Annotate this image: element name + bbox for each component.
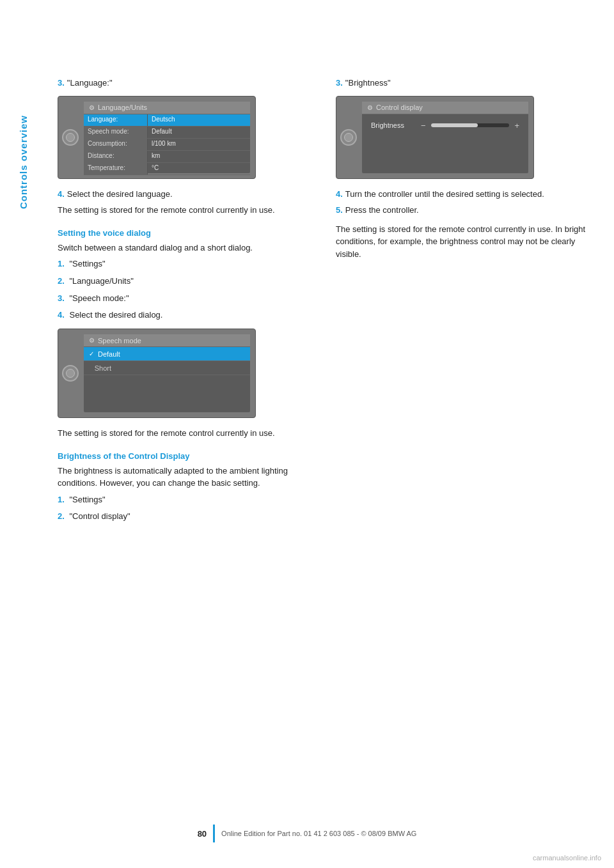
knob-inner (66, 133, 75, 142)
list2-num-0: 1. (58, 495, 65, 504)
section1-intro: Switch between a standard dialog and a s… (58, 242, 310, 254)
gear-icon: ⚙ (89, 104, 95, 111)
brightness-screen: ⚙ Control display Brightness − + (336, 96, 534, 179)
lang-value-3: km (148, 151, 250, 162)
brightness-title-text: Control display (376, 104, 423, 111)
list2-item-0: 1. "Settings" (58, 493, 310, 507)
list2: 1. "Settings" 2. "Control display" (58, 493, 310, 524)
speech-row-short: Short (84, 361, 250, 375)
lang-value-2: l/100 km (148, 139, 250, 150)
brightness-label: Brightness (371, 121, 416, 129)
footer-bar (213, 825, 215, 842)
watermark: carmanualsonline.info (533, 854, 601, 862)
step3-text: "Language:" (67, 78, 113, 88)
list2-item-1: 2. "Control display" (58, 510, 310, 523)
step4r-text: Turn the controller until the desired se… (345, 189, 544, 199)
list1-num-1: 2. (58, 276, 65, 286)
speech-default-label: Default (98, 350, 120, 358)
brightness-gear-icon: ⚙ (367, 104, 373, 111)
step4-text: Select the desired language. (67, 189, 173, 199)
language-row-4: Temperature: °C (84, 163, 250, 175)
no-check-icon (89, 364, 91, 371)
section2-intro: The brightness is automatically adapted … (58, 465, 310, 490)
speech-title-text: Speech mode (98, 337, 141, 345)
speech-short-label: Short (95, 364, 111, 372)
step3r-text: "Brightness" (345, 78, 391, 88)
step5r-num: 5. (336, 205, 343, 215)
page-footer: 80 Online Edition for Part no. 01 41 2 6… (0, 825, 614, 842)
brightness-bar (431, 123, 510, 127)
speech-title-bar: ⚙ Speech mode (84, 334, 250, 347)
list2-num-1: 2. (58, 511, 65, 521)
body2-left: The setting is stored for the remote con… (58, 427, 310, 440)
list1-item-2: 3. "Speech mode:" (58, 292, 310, 306)
language-title-text: Language/Units (98, 104, 147, 111)
language-screen: ⚙ Language/Units Language: Deutsch Speec… (58, 96, 256, 179)
language-row-3: Distance: km (84, 151, 250, 163)
list1-num-2: 3. (58, 293, 65, 303)
brightness-inner: ⚙ Control display Brightness − + (362, 102, 528, 173)
list2-text-0: "Settings" (69, 495, 105, 504)
step3r-num: 3. (336, 78, 343, 88)
list1-text-2: "Speech mode:" (69, 293, 129, 303)
lang-value-0: Deutsch (148, 114, 250, 126)
lang-label-3: Distance: (84, 151, 148, 162)
list1-text-1: "Language/Units" (69, 276, 133, 286)
list1-item-3: 4. Select the desired dialog. (58, 309, 310, 322)
language-row-2: Consumption: l/100 km (84, 139, 250, 151)
list2-text-1: "Control display" (69, 511, 130, 521)
list1-text-3: Select the desired dialog. (69, 310, 162, 320)
page-number: 80 (198, 829, 207, 839)
lang-value-4: °C (148, 163, 250, 174)
step4r-num: 4. (336, 189, 343, 199)
right-column: 3."Brightness" ⚙ Control display Brightn… (336, 77, 588, 529)
list1-text-0: "Settings" (69, 259, 105, 268)
speech-knob (62, 365, 79, 382)
list1-item-0: 1. "Settings" (58, 258, 310, 271)
step5-right: 5.Press the controller. (336, 204, 588, 217)
lang-label-0: Language: (84, 114, 148, 126)
section1-heading: Setting the voice dialog (58, 228, 310, 238)
speech-gear-icon: ⚙ (89, 337, 95, 344)
speech-knob-inner (66, 369, 75, 378)
step4-right: 4.Turn the controller until the desired … (336, 188, 588, 201)
language-screen-inner: ⚙ Language/Units Language: Deutsch Speec… (84, 102, 250, 173)
language-screen-title: ⚙ Language/Units (84, 102, 250, 114)
section2-heading: Brightness of the Control Display (58, 451, 310, 461)
speech-inner: ⚙ Speech mode ✓ Default Short (84, 334, 250, 412)
language-row-0: Language: Deutsch (84, 114, 250, 127)
footer-text: Online Edition for Part no. 01 41 2 603 … (221, 830, 416, 837)
lang-label-2: Consumption: (84, 139, 148, 150)
plus-icon: + (514, 121, 519, 130)
brightness-bar-fill (431, 123, 478, 127)
list1-item-1: 2. "Language/Units" (58, 275, 310, 288)
language-row-1: Speech mode: Default (84, 127, 250, 139)
left-column: 3."Language:" ⚙ Language/Units Language: (58, 77, 310, 529)
body1-right: The setting is stored for the remote con… (336, 223, 588, 261)
list1-num-3: 4. (58, 310, 65, 320)
body1-left: The setting is stored for the remote con… (58, 204, 310, 217)
controller-knob (62, 129, 79, 146)
brightness-control-row: Brightness − + (362, 114, 528, 137)
step4-left: 4.Select the desired language. (58, 188, 310, 201)
check-icon: ✓ (89, 350, 94, 357)
speech-screen: ⚙ Speech mode ✓ Default Short (58, 329, 256, 418)
lang-label-4: Temperature: (84, 163, 148, 174)
lang-label-1: Speech mode: (84, 127, 148, 138)
list1-num-0: 1. (58, 259, 65, 268)
sidebar-label: Controls overview (18, 115, 29, 209)
brightness-knob (340, 129, 357, 146)
main-content: 3."Language:" ⚙ Language/Units Language: (58, 38, 588, 529)
minus-icon: − (421, 121, 426, 130)
list1: 1. "Settings" 2. "Language/Units" 3. "Sp… (58, 258, 310, 322)
brightness-knob-inner (344, 133, 353, 142)
step3-num: 3. (58, 78, 65, 88)
lang-value-1: Default (148, 127, 250, 138)
step3-left: 3."Language:" (58, 77, 310, 89)
brightness-title-bar: ⚙ Control display (362, 102, 528, 114)
step3-right: 3."Brightness" (336, 77, 588, 89)
step5r-text: Press the controller. (345, 205, 419, 215)
two-col-layout: 3."Language:" ⚙ Language/Units Language: (58, 77, 588, 529)
page-container: Controls overview 3."Language:" ⚙ (0, 0, 614, 868)
speech-row-default: ✓ Default (84, 347, 250, 361)
